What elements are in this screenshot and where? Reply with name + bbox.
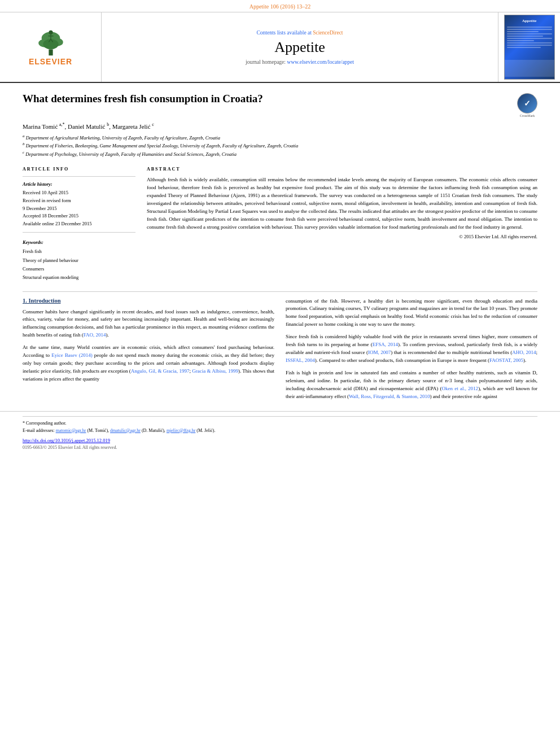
elsevier-tree-icon xyxy=(28,29,73,57)
journal-citation-bar: Appetite 106 (2016) 13–22 xyxy=(0,0,560,12)
received-date: Received 10 April 2015 xyxy=(23,189,135,197)
journal-title: Appetite xyxy=(274,39,325,56)
svg-point-6 xyxy=(49,30,53,34)
body-para-5: Fish is high in protein and low in satur… xyxy=(286,369,537,401)
elsevier-logo-area: ELSEVIER xyxy=(0,12,102,82)
author-1: Marina Tomić a,* xyxy=(23,123,65,130)
sciencedirect-link[interactable]: ScienceDirect xyxy=(313,30,343,36)
footer: * Corresponding author. E-mail addresses… xyxy=(0,411,560,453)
crossmark-badge[interactable]: ✓ CrossMark xyxy=(517,93,537,117)
available-date: Available online 23 December 2015 xyxy=(23,220,135,228)
cover-title: Appetite xyxy=(522,19,537,23)
journal-cover-thumbnail: Appetite xyxy=(504,15,555,80)
gracia-link[interactable]: Gracia & Albisu, 1999 xyxy=(192,368,238,374)
doi-link[interactable]: http://dx.doi.org/10.1016/j.appet.2015.1… xyxy=(23,438,110,443)
email-link-1[interactable]: matomic@agr.hr xyxy=(56,428,86,433)
keywords-section: Keywords: Fresh fish Theory of planned b… xyxy=(23,239,135,282)
angulo-link[interactable]: Angulo, Gil, & Gracia, 1997 xyxy=(131,368,190,374)
article-info-abstract: ARTICLE INFO Article history: Received 1… xyxy=(23,167,537,282)
oken-link[interactable]: Oken et al., 2012 xyxy=(441,386,478,391)
author-2: Daniel Matulić b xyxy=(68,123,109,130)
body-right-col: consumption of the fish. However, a heal… xyxy=(286,298,537,405)
aho-link[interactable]: AHO, 2014 xyxy=(512,350,536,355)
body-para-1: Consumer habits have changed significant… xyxy=(23,308,274,340)
svg-rect-0 xyxy=(49,49,53,55)
journal-homepage-line: journal homepage: www.elsevier.com/locat… xyxy=(246,59,354,65)
keywords-list: Fresh fish Theory of planned behaviour C… xyxy=(23,247,135,282)
body-para-3: consumption of the fish. However, a heal… xyxy=(286,298,537,329)
affiliation-b: b Department of Fisheries, Beekeeping, G… xyxy=(23,141,537,150)
keyword-4: Structural equation modeling xyxy=(23,273,135,282)
elsevier-logo: ELSEVIER xyxy=(28,29,73,66)
body-para-4: Since fresh fish is considered highly va… xyxy=(286,333,537,365)
body-two-col: 1. Introduction Consumer habits have cha… xyxy=(23,298,537,405)
revised-date: 9 December 2015 xyxy=(23,205,135,213)
abstract-heading: ABSTRACT xyxy=(147,167,537,172)
affiliations: a Department of Agricultural Marketing, … xyxy=(23,133,537,158)
elsevier-wordmark: ELSEVIER xyxy=(29,57,72,66)
svg-point-5 xyxy=(43,39,58,49)
journal-header: ELSEVIER Contents lists available at Sci… xyxy=(0,12,560,83)
keywords-label: Keywords: xyxy=(23,239,135,245)
main-body: 1. Introduction Consumer habits have cha… xyxy=(0,292,560,411)
article-history-box: Article history: Received 10 April 2015 … xyxy=(23,176,135,233)
author-3: Margareta Jelić c xyxy=(112,123,154,130)
efsa-link[interactable]: EFSA, 2014 xyxy=(373,342,398,347)
page: Appetite 106 (2016) 13–22 xyxy=(0,0,560,747)
received-revised-label: Received in revised form xyxy=(23,197,135,205)
contents-available-line: Contents lists available at ScienceDirec… xyxy=(256,30,343,36)
iom-link[interactable]: IOM, 2007 xyxy=(368,350,391,355)
fao-2014-link[interactable]: FAO, 2014 xyxy=(84,332,106,338)
footer-copyright: 0195-6663/© 2015 Elsevier Ltd. All right… xyxy=(23,445,537,450)
affiliation-c: c Department of Psychology, University o… xyxy=(23,150,537,158)
journal-info-center: Contents lists available at ScienceDirec… xyxy=(102,12,498,82)
affiliation-a: a Department of Agricultural Marketing, … xyxy=(23,133,537,142)
email-link-2[interactable]: dmatulic@agr.hr xyxy=(110,428,141,433)
corresponding-author-note: * Corresponding author. E-mail addresses… xyxy=(23,420,537,435)
section1-number: 1. Introduction xyxy=(23,298,61,304)
abstract-copyright: © 2015 Elsevier Ltd. All rights reserved… xyxy=(147,234,537,239)
article-info-col: ARTICLE INFO Article history: Received 1… xyxy=(23,167,135,282)
journal-homepage-link[interactable]: www.elsevier.com/locate/appet xyxy=(287,59,354,65)
abstract-text: Although fresh fish is widely available,… xyxy=(147,176,537,231)
article-title: What determines fresh fish consumption i… xyxy=(23,92,511,106)
keyword-1: Fresh fish xyxy=(23,247,135,256)
accepted-date: Accepted 18 December 2015 xyxy=(23,212,135,220)
citation-link[interactable]: Appetite 106 (2016) 13–22 xyxy=(250,3,311,10)
journal-cover-area: Appetite xyxy=(498,12,560,82)
body-left-col: 1. Introduction Consumer habits have cha… xyxy=(23,298,274,405)
footer-divider xyxy=(23,416,537,417)
wall-link[interactable]: Wall, Ross, Fitzgerald, & Stanton, 2010 xyxy=(349,394,430,399)
body-para-2: At the same time, many World countries a… xyxy=(23,344,274,383)
authors-line: Marina Tomić a,*, Daniel Matulić b, Marg… xyxy=(23,122,537,130)
abstract-col: ABSTRACT Although fresh fish is widely a… xyxy=(147,167,537,282)
doi-line[interactable]: http://dx.doi.org/10.1016/j.appet.2015.1… xyxy=(23,438,537,443)
issfal-link[interactable]: ISSFAL, 2004 xyxy=(286,357,315,363)
article-content: What determines fresh fish consumption i… xyxy=(0,83,560,291)
eyice-basev-link[interactable]: Eyice Basev (2014) xyxy=(51,352,93,358)
crossmark-icon: ✓ xyxy=(524,99,531,108)
faostat-link[interactable]: FAOSTAT, 2005 xyxy=(489,357,523,363)
keyword-2: Theory of planned behaviour xyxy=(23,256,135,265)
keyword-3: Consumers xyxy=(23,265,135,273)
article-info-heading: ARTICLE INFO xyxy=(23,167,135,172)
email-link-3[interactable]: mjelirc@ffzg.hr xyxy=(167,428,195,433)
history-label: Article history: xyxy=(23,181,135,187)
